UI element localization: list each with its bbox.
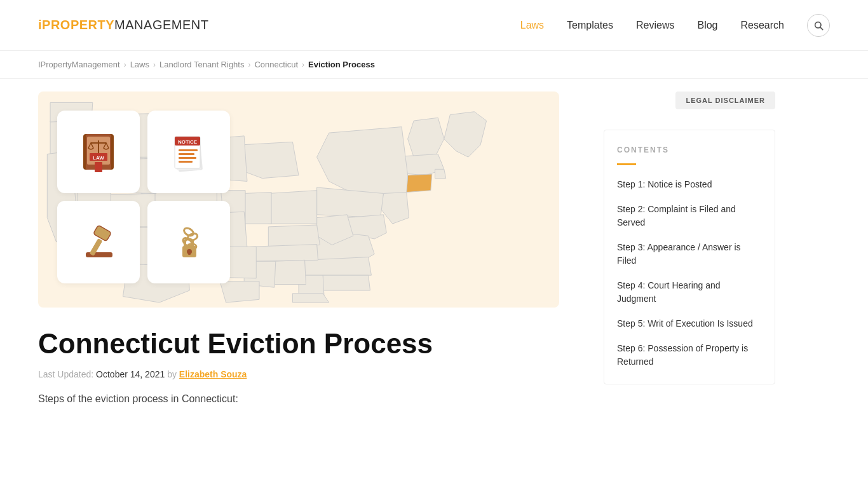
nav-reviews[interactable]: Reviews: [636, 20, 674, 31]
svg-point-0: [815, 22, 821, 27]
site-header: iPROPERTYMANAGEMENT Laws Templates Revie…: [0, 0, 868, 51]
article-date: October 14, 2021: [96, 369, 165, 379]
svg-rect-17: [179, 153, 194, 155]
article-meta: Last Updated: October 14, 2021 by Elizab…: [38, 369, 559, 379]
hero-icons-grid: LAW NOTICE: [57, 111, 230, 283]
notice-icon: NOTICE: [166, 129, 212, 175]
breadcrumb-sep-2: ›: [153, 60, 156, 69]
svg-rect-16: [179, 149, 198, 151]
svg-rect-18: [179, 157, 196, 159]
svg-line-1: [820, 27, 822, 29]
nav-laws[interactable]: Laws: [520, 20, 544, 31]
content-area: LAW NOTICE: [0, 79, 597, 432]
breadcrumb-landlord[interactable]: Landlord Tenant Rights: [159, 60, 244, 69]
logo-brand: PROPERTY: [42, 18, 114, 32]
article-title: Connecticut Eviction Process: [38, 328, 559, 360]
svg-rect-29: [188, 252, 191, 255]
breadcrumb: IPropertyManagement › Laws › Landlord Te…: [0, 51, 868, 79]
contents-item-2[interactable]: Step 2: Complaint is Filed and Served: [617, 203, 762, 229]
contents-item-4[interactable]: Step 4: Court Hearing and Judgment: [617, 279, 762, 306]
contents-box: CONTENTS Step 1: Notice is Posted Step 2…: [604, 130, 775, 384]
site-logo[interactable]: iPROPERTYMANAGEMENT: [38, 18, 208, 32]
breadcrumb-sep-3: ›: [248, 60, 250, 69]
contents-item-1[interactable]: Step 1: Notice is Posted: [617, 178, 762, 191]
breadcrumb-current: Eviction Process: [308, 60, 375, 69]
meta-label: Last Updated:: [38, 369, 93, 379]
breadcrumb-laws[interactable]: Laws: [130, 60, 149, 69]
law-book-icon: LAW: [76, 129, 121, 175]
contents-item-5[interactable]: Step 5: Writ of Execution Is Issued: [617, 317, 762, 330]
lock-card: [147, 201, 230, 283]
search-button[interactable]: [807, 14, 830, 37]
gavel-icon: [76, 219, 121, 265]
svg-text:LAW: LAW: [93, 155, 104, 161]
contents-title: CONTENTS: [617, 146, 762, 154]
main-nav: Laws Templates Reviews Blog Research: [520, 14, 830, 37]
breadcrumb-sep-1: ›: [124, 60, 126, 69]
legal-disclaimer-button[interactable]: LEGAL DISCLAIMER: [675, 92, 775, 109]
svg-rect-19: [179, 161, 193, 163]
svg-rect-6: [95, 162, 102, 172]
lock-chain-icon: [166, 219, 212, 265]
main-layout: LAW NOTICE: [0, 79, 868, 432]
contents-underline: [617, 163, 636, 165]
breadcrumb-connecticut[interactable]: Connecticut: [254, 60, 298, 69]
logo-suffix: MANAGEMENT: [114, 18, 208, 32]
nav-templates[interactable]: Templates: [567, 20, 613, 31]
law-book-card: LAW: [57, 111, 140, 193]
hero-image: LAW NOTICE: [38, 92, 559, 308]
search-icon: [813, 20, 824, 30]
svg-rect-22: [93, 225, 112, 241]
gavel-card: [57, 201, 140, 283]
nav-research[interactable]: Research: [741, 20, 784, 31]
contents-item-6[interactable]: Step 6: Possession of Property is Return…: [617, 342, 762, 369]
sidebar: LEGAL DISCLAIMER CONTENTS Step 1: Notice…: [597, 79, 794, 432]
nav-blog[interactable]: Blog: [697, 20, 717, 31]
breadcrumb-home[interactable]: IPropertyManagement: [38, 60, 120, 69]
notice-card: NOTICE: [147, 111, 230, 193]
svg-rect-20: [86, 252, 112, 257]
breadcrumb-sep-4: ›: [302, 60, 304, 69]
contents-item-3[interactable]: Step 3: Appearance / Answer is Filed: [617, 241, 762, 268]
article-intro: Steps of the eviction process in Connect…: [38, 391, 559, 407]
svg-text:NOTICE: NOTICE: [178, 139, 198, 145]
article-author[interactable]: Elizabeth Souza: [179, 369, 247, 379]
